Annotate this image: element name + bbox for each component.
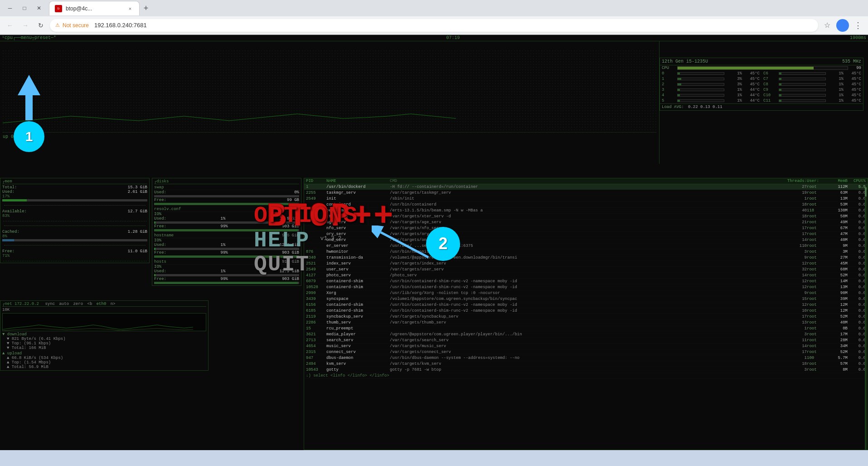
table-row: 2521 index_serv /var/targets/index_serv … xyxy=(304,261,868,267)
url-bar[interactable]: ⚠ Not secure 192.168.0.240:7681 xyxy=(50,19,818,32)
proc-mem-header: MemB xyxy=(827,179,848,183)
table-row: xter_serv /var/targets/xter_serv -d 18 r… xyxy=(304,214,868,220)
title-bar: ─ □ ✕ b btop@4c... × + xyxy=(0,0,868,16)
cpu-label: CPU xyxy=(662,66,675,70)
load-avg: Load AVG: 0.22 0.13 0.11 xyxy=(660,103,863,110)
cpu-c9-row: C9 1% 45°C xyxy=(761,87,863,93)
table-row: age_serv /var/targets/age_serv 21 root 4… xyxy=(304,220,868,226)
table-row: 4127 photo_serv /photo_serv 14 root 52M … xyxy=(304,273,868,279)
restore-button[interactable]: □ xyxy=(18,2,31,15)
table-row: 6156 containerd-shim /usr/bin/containerd… xyxy=(304,302,868,308)
table-row: 2990 Xorg /usr/lib/xorg/Xorg -nolisten t… xyxy=(304,290,868,296)
cpu-c0-row: 0 1% 45°C xyxy=(660,71,761,76)
table-row: 2549 init /sbin/init 1 root 13M 0.0 xyxy=(304,196,868,202)
cpu-main-bar-row: CPU 99 xyxy=(660,65,863,71)
address-bar: ← → ↻ ⚠ Not secure 192.168.0.240:7681 ☆ … xyxy=(0,16,868,34)
process-section: PID NAME CMD Threads: User: MemB CPUt% 1… xyxy=(304,178,868,450)
table-row: 1 /usr/bin/dockerd -H fd:// --containerd… xyxy=(304,184,868,190)
uptime: up 00:27:32 xyxy=(1,132,658,141)
cpu-graph-area: up 00:27:32 xyxy=(0,41,659,164)
cpu-c7-row: C7 1% 45°C xyxy=(761,76,863,82)
table-row: 6079 containerd-shim /usr/bin/containerd… xyxy=(304,279,868,285)
forward-button[interactable]: → xyxy=(19,19,32,32)
table-row: 2713 search_serv /var/targets/search_ser… xyxy=(304,338,868,343)
table-row: 2255 taskmgr_serv /var/targets/taskmgr_s… xyxy=(304,190,868,196)
cpu-bar-fill xyxy=(678,67,814,69)
table-row: 10543 gotty gotty -p 7681 -w btop 3 root… xyxy=(304,367,868,373)
mem-used-label: Used: xyxy=(2,190,15,194)
table-row: containerd /usr/bin/containerd 18 root 5… xyxy=(304,202,868,208)
terminal-topbar: ¹cpu┌──menu┬preset─* 07:19 1900ms xyxy=(0,35,868,41)
window-controls: ─ □ ✕ xyxy=(4,2,45,15)
refresh-button[interactable]: ↻ xyxy=(34,19,47,32)
mem-cached-bar xyxy=(2,239,147,241)
bookmark-button[interactable]: ☆ xyxy=(821,19,834,32)
topbar-right: 1900ms xyxy=(850,35,866,40)
table-row: 6185 containerd-shim /usr/bin/containerd… xyxy=(304,308,868,314)
new-tab-button[interactable]: + xyxy=(140,2,152,15)
cpu-model: 12th Gen i5-1235U xyxy=(662,59,708,64)
table-row: er_server /usr/bin/ ...server 127.0.0.1:… xyxy=(304,243,868,249)
cpu-c1-row: 1 3% 45°C xyxy=(660,76,761,82)
table-row: ory_serv /var/targets/ory_serv 17 root 4… xyxy=(304,231,868,237)
browser-tab[interactable]: b btop@4c... × xyxy=(49,1,140,15)
table-row: 2286 thumb_serv /var/targets/thumb_serv … xyxy=(304,320,868,326)
net-section: ┌net 172.22.0.2 sync auto zero <b eth0 n… xyxy=(0,300,209,371)
mem-section: ┌mem Total: 15.3 GiB Used: 2.61 GiB 17% … xyxy=(0,178,150,263)
table-row: 3340 transmission-da /volume1/@appstore/… xyxy=(304,255,868,261)
table-row: ond_serv /var/targets/ond_serv 14 root 4… xyxy=(304,237,868,243)
table-row: ↓) select <linfo </linfo> </linfo> xyxy=(304,373,868,379)
table-row: 2549 user_serv /var/targets/user_serv 32… xyxy=(304,267,868,273)
mem-total-label: Total: xyxy=(2,185,17,190)
cpu-pct: 99 xyxy=(850,66,861,70)
secure-label: Not secure xyxy=(63,22,89,29)
cpu-header: 12th Gen i5-1235U 535 MHz xyxy=(660,58,863,65)
cpu-c5-row: 5 1% 44°C xyxy=(660,98,761,103)
minimize-button[interactable]: ─ xyxy=(4,2,16,15)
table-row: 15 rcu_preempt 1 root 0B 0.0 xyxy=(304,326,868,332)
topbar-left: ¹cpu┌──menu┬preset─* xyxy=(2,35,56,40)
table-row: 2315 connect_serv /var/targets/connect_s… xyxy=(304,349,868,355)
cpu-c11-row: C11 1% 45°C xyxy=(761,98,863,103)
cpu-section: 12th Gen i5-1235U 535 MHz CPU 99 0 1% 45… xyxy=(659,58,863,111)
cpu-c10-row: C10 1% 45°C xyxy=(761,93,863,98)
table-row: 3621 media_player /ugreen/@appstore/com.… xyxy=(304,332,868,338)
cpu-c2-row: 2 3% 45°C xyxy=(660,82,761,87)
browser-chrome: ─ □ ✕ b btop@4c... × + ← → ↻ ⚠ Not secur… xyxy=(0,0,868,35)
table-row: beam.smp /erts-13.1.5/bin/beam.smp -N w … xyxy=(304,208,868,214)
tab-close-button[interactable]: × xyxy=(126,5,134,12)
mem-used-val: 2.61 GiB xyxy=(128,190,147,194)
close-button[interactable]: ✕ xyxy=(33,2,45,15)
cpu-c8-row: C8 1% 45°C xyxy=(761,82,863,87)
table-row: 2119 syncbackup_serv /var/targets/syncba… xyxy=(304,314,868,320)
url-text: 192.168.0.240:7681 xyxy=(94,22,147,29)
proc-user-header: User: xyxy=(807,179,827,183)
cpu-c4-row: 4 1% 44°C xyxy=(660,93,761,98)
proc-header: PID NAME CMD Threads: User: MemB CPUt% xyxy=(304,178,868,184)
tab-title: btop@4c... xyxy=(66,5,92,12)
table-row: 876 hwmonitor /usr/bin/hwmonitor 3 root … xyxy=(304,249,868,255)
svg-rect-1 xyxy=(3,50,656,132)
table-row: nfo_serv /var/targets/nfo_serv 17 root 6… xyxy=(304,226,868,231)
cpu-c3-row: 3 1% 44°C xyxy=(660,87,761,93)
scroll-indicator[interactable] xyxy=(865,187,867,450)
mem-used-bar xyxy=(2,199,147,201)
cpu-c6-row: C6 1% 45°C xyxy=(761,71,863,76)
cpu-main-bar xyxy=(677,66,848,70)
security-icon: ⚠ xyxy=(55,22,60,28)
terminal: ¹cpu┌──menu┬preset─* 07:19 1900ms xyxy=(0,35,868,450)
table-row: 947 dbus-daemon /usr/bin/dbus-daemon --s… xyxy=(304,355,868,361)
table-row: 3439 syncspace /volume1/@appstore/com.ug… xyxy=(304,296,868,302)
back-button[interactable]: ← xyxy=(4,19,16,32)
proc-cpu-header: CPUt% xyxy=(848,179,866,183)
table-row: 2494 kvm_serv /var/targets/kvm_serv 18 r… xyxy=(304,361,868,367)
profile-button[interactable] xyxy=(836,19,849,32)
disks-section: ┌disks swap Used: 0% Free: 99 GB resolv.… xyxy=(152,178,301,286)
proc-threads-header: Threads: xyxy=(782,179,807,183)
mem-total-val: 15.3 GiB xyxy=(128,185,147,190)
browser-menu-button[interactable]: ⋮ xyxy=(852,19,864,32)
table-row: 4654 music_serv /var/targets/music_serv … xyxy=(304,343,868,349)
tab-favicon: b xyxy=(55,5,62,12)
table-row: 10528 containerd-shim /usr/bin/container… xyxy=(304,285,868,290)
net-graph xyxy=(2,313,206,331)
